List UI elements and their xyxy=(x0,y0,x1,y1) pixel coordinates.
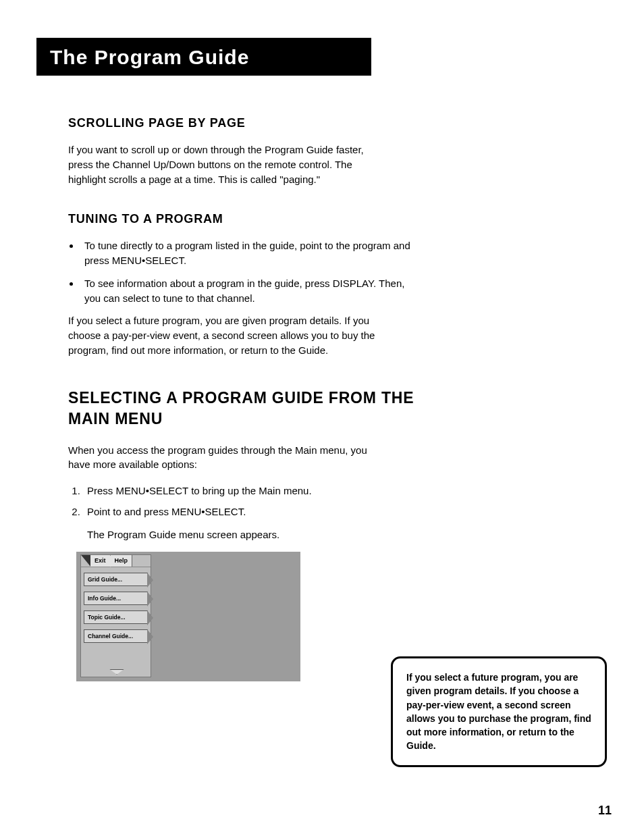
step-item: Press MENU•SELECT to bring up the Main m… xyxy=(83,483,421,498)
para-tuning-after: If you select a future program, you are … xyxy=(68,313,385,357)
tab-exit[interactable]: Exit xyxy=(90,555,111,567)
menu-item-topic-guide[interactable]: Topic Guide... xyxy=(84,610,148,624)
bullet-item: To tune directly to a program listed in … xyxy=(80,238,418,268)
menu-panel: Exit Help Grid Guide... Info Guide... To… xyxy=(80,554,151,677)
step-text: Point to and press MENU•SELECT. xyxy=(87,506,246,517)
tab-row: Exit Help xyxy=(81,555,151,567)
corner-glyph xyxy=(81,555,90,567)
tab-help[interactable]: Help xyxy=(111,555,133,567)
step-item: Point to and press MENU•SELECT. The Prog… xyxy=(83,504,421,542)
heading-tuning: Tuning to a Program xyxy=(68,212,426,226)
menu-item-grid-guide[interactable]: Grid Guide... xyxy=(84,573,148,586)
page-title: The Program Guide xyxy=(50,46,358,69)
step-note: The Program Guide menu screen appears. xyxy=(87,527,421,542)
title-bar: The Program Guide xyxy=(36,38,371,76)
menu-screenshot: Exit Help Grid Guide... Info Guide... To… xyxy=(76,552,300,681)
tuning-bullets: To tune directly to a program listed in … xyxy=(80,238,418,305)
chevron-down-icon[interactable] xyxy=(109,669,124,675)
para-scrolling: If you want to scroll up or down through… xyxy=(68,142,385,186)
bullet-item: To see information about a program in th… xyxy=(80,276,418,306)
page-number: 11 xyxy=(598,804,612,818)
menu-item-channel-guide[interactable]: Channel Guide... xyxy=(84,629,148,643)
heading-selecting: Selecting a Program Guide from the Main … xyxy=(68,388,426,429)
callout-box: If you select a future program, you are … xyxy=(391,656,607,767)
para-selecting-intro: When you access the program guides throu… xyxy=(68,443,385,473)
heading-scrolling: Scrolling Page by Page xyxy=(68,116,426,130)
main-content: Scrolling Page by Page If you want to sc… xyxy=(68,116,426,681)
menu-item-info-guide[interactable]: Info Guide... xyxy=(84,592,148,605)
selecting-steps: Press MENU•SELECT to bring up the Main m… xyxy=(83,483,421,542)
